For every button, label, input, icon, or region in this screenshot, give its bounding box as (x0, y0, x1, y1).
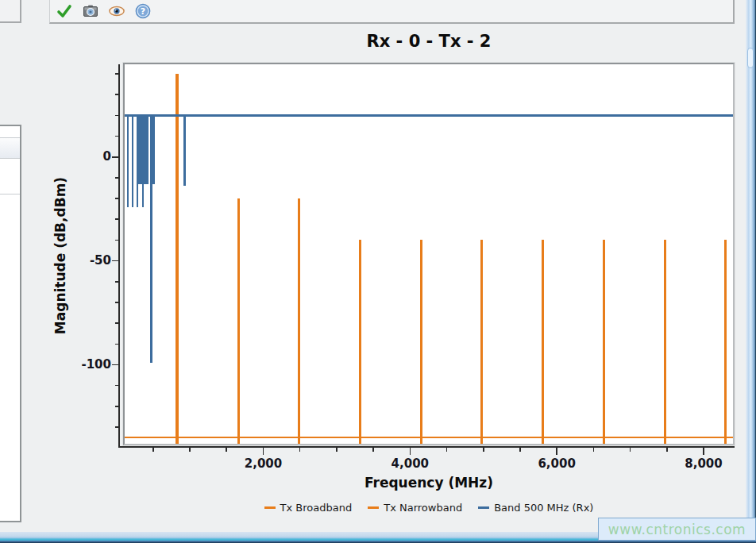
series-spike (420, 240, 422, 444)
left-panel-fragment[interactable] (0, 125, 21, 522)
y-tick-minor (115, 302, 118, 303)
legend-label: Tx Broadband (280, 502, 353, 514)
y-tick-major (112, 364, 118, 366)
series-spike (176, 74, 179, 444)
help-icon: ? (135, 3, 151, 19)
x-tick-minor (483, 448, 484, 452)
app-window: ? Rx - 0 - Tx - 2 2,0004,0006,0008,0000-… (0, 0, 756, 543)
series-notch-spike (137, 115, 138, 206)
x-tick-minor (226, 448, 227, 452)
x-tick-minor (630, 448, 631, 452)
legend-label: Band 500 MHz (Rx) (494, 502, 593, 514)
y-tick-minor (115, 240, 118, 241)
x-tick-label: 4,000 (378, 456, 442, 471)
toolbar: ? (49, 0, 735, 24)
x-axis-title: Frequency (MHz) (125, 475, 733, 491)
legend-item: Band 500 MHz (Rx) (478, 502, 593, 514)
series-spike (724, 240, 727, 444)
y-tick-minor (115, 322, 118, 324)
camera-icon (83, 3, 98, 19)
legend-dash (478, 506, 489, 509)
left-panel-selected-row (0, 138, 20, 158)
snapshot-camera-button[interactable] (82, 2, 99, 20)
y-tick-label: -100 (76, 357, 111, 372)
plot-area (125, 64, 733, 444)
legend-dash (368, 506, 379, 509)
y-tick-minor (115, 406, 118, 407)
series-notch-spike (150, 115, 152, 363)
x-tick-minor (189, 448, 191, 452)
x-tick-major (703, 448, 704, 455)
x-tick-major (263, 448, 264, 455)
y-tick-minor (115, 94, 118, 95)
y-tick-major (112, 156, 118, 158)
series-spike (359, 240, 361, 444)
svg-text:?: ? (141, 6, 145, 17)
left-toolbar-stub (0, 0, 21, 23)
y-tick-minor (115, 281, 118, 283)
x-tick-major (410, 448, 411, 455)
x-tick-minor (519, 448, 521, 452)
legend-label: Tx Narrowband (384, 502, 462, 514)
legend-item: Tx Broadband (264, 502, 353, 514)
series-baseline (125, 114, 733, 117)
x-tick-minor (336, 448, 338, 452)
left-panel-row-divider (0, 194, 20, 194)
window-right-border-highlight (747, 48, 754, 68)
x-tick-minor (299, 448, 301, 452)
y-tick-label: 0 (76, 149, 111, 164)
series-spike (237, 198, 240, 444)
window-right-border (746, 0, 756, 543)
x-tick-label: 8,000 (672, 456, 735, 471)
y-axis-title: Magnitude (dB,dBm) (52, 137, 71, 375)
legend: Tx BroadbandTx NarrowbandBand 500 MHz (R… (125, 502, 733, 514)
y-tick-minor (115, 115, 118, 117)
series-spike (298, 198, 300, 444)
y-tick-minor (115, 136, 118, 137)
series-notch-spike (183, 115, 186, 186)
x-tick-label: 6,000 (525, 456, 588, 471)
series-hline (125, 437, 733, 439)
series-spike (603, 240, 605, 444)
y-tick-minor (115, 385, 118, 387)
series-spike (542, 240, 544, 444)
legend-dash (264, 506, 276, 509)
left-panel-row-divider (0, 158, 20, 159)
legend-item: Tx Narrowband (368, 502, 462, 514)
series-notch-spike (127, 115, 129, 206)
confirm-check-button[interactable] (56, 2, 73, 20)
y-tick-minor (115, 426, 118, 428)
series-notch-spike (142, 115, 144, 206)
eye-icon (109, 5, 125, 17)
chart-title: Rx - 0 - Tx - 2 (125, 32, 733, 51)
plot-frame (123, 63, 735, 445)
y-tick-minor (115, 198, 118, 199)
x-tick-minor (593, 448, 595, 452)
series-spike (480, 240, 483, 444)
help-button[interactable]: ? (134, 2, 152, 20)
series-notch-spike (132, 115, 133, 206)
series-spike (664, 240, 666, 444)
x-tick-major (556, 448, 557, 455)
y-tick-minor (115, 344, 118, 345)
check-icon (56, 3, 72, 19)
y-axis-line (118, 64, 120, 447)
y-tick-major (112, 260, 118, 262)
x-tick-minor (666, 448, 668, 452)
x-tick-minor (152, 448, 154, 452)
y-tick-minor (115, 218, 118, 220)
preview-eye-button[interactable] (108, 2, 125, 20)
x-tick-minor (372, 448, 374, 452)
y-tick-label: -50 (76, 253, 111, 268)
y-tick-minor (115, 73, 118, 75)
watermark: www.cntronics.com (598, 518, 756, 541)
y-tick-minor (115, 177, 118, 179)
x-axis-line (118, 446, 735, 448)
x-tick-minor (446, 448, 448, 452)
x-tick-label: 2,000 (231, 456, 295, 471)
